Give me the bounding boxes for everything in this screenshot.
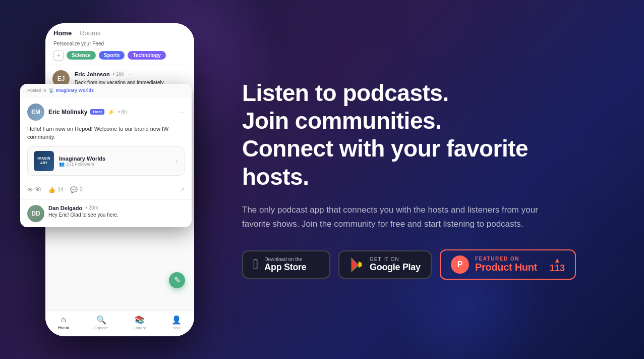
card-posted-in: Posted in 📡 Imaginary Worlds (20, 84, 192, 97)
appstore-small-text: Download on the (264, 257, 306, 262)
card-feed-item: EM Eric Molinsky Host ⚡ • 6h ··· Hello! … (20, 97, 192, 199)
floating-card: Posted in 📡 Imaginary Worlds EM Eric Mol… (20, 84, 192, 227)
you-icon: 👤 (171, 315, 182, 325)
likes-count[interactable]: 👍 14 (48, 186, 63, 193)
feed-user-row-preview: Eric Johnson • 16h ··· (75, 70, 187, 78)
tab-rooms[interactable]: Rooms (80, 29, 100, 37)
subtext: The only podcast app that connects you w… (242, 203, 545, 231)
googleplay-button[interactable]: GET IT ON Google Play (338, 250, 432, 279)
podcast-thumbnail: IMAGINARY (34, 151, 54, 171)
google-play-icon (349, 258, 364, 272)
nav-explore-label: Explore (94, 326, 108, 330)
more-options-preview[interactable]: ··· (128, 70, 134, 78)
reaction-bar: 👁 98 👍 14 💬 3 ↗ (27, 182, 185, 193)
dan-username: Dan Delgado (48, 205, 82, 211)
comment-icon: 💬 (70, 186, 78, 193)
dan-comment: DD Dan Delgado • 20m Hey Eric! Glad to s… (20, 199, 192, 227)
comments-number: 3 (80, 187, 83, 192)
googleplay-small-text: GET IT ON (370, 257, 421, 262)
tab-home[interactable]: Home (53, 29, 72, 37)
nav-you-label: You (173, 326, 180, 330)
feed-time-preview: • 16h (113, 71, 125, 77)
headline: Listen to podcasts. Join communities. Co… (242, 79, 585, 191)
phone-tags: + Science Sports Technology (53, 50, 186, 61)
add-tag-button[interactable]: + (53, 50, 64, 61)
phone-top-bar: Home Rooms Personalize your Feed + Scien… (45, 23, 194, 65)
tag-technology[interactable]: Technology (128, 51, 165, 60)
library-icon: 📚 (135, 315, 145, 325)
views-count: 👁 98 (27, 186, 41, 193)
producthunt-text: FEATURED ON Product Hunt (475, 256, 537, 273)
posted-in-community: Imaginary Worlds (56, 88, 94, 93)
headline-line-3: Connect with your favorite hosts. (242, 135, 585, 190)
wifi-icon: 📡 (48, 88, 54, 93)
card-more-options[interactable]: ··· (179, 108, 185, 116)
headline-line-2: Join communities. (242, 107, 585, 135)
producthunt-large-text: Product Hunt (475, 262, 537, 273)
card-user-row: EM Eric Molinsky Host ⚡ • 6h ··· (27, 104, 185, 121)
feed-username-preview: Eric Johnson (75, 71, 110, 77)
verified-icon: ⚡ (107, 109, 115, 116)
page-layout: Home Rooms Personalize your Feed + Scien… (0, 0, 644, 359)
views-number: 98 (35, 187, 41, 192)
dan-comment-text: Hey Eric! Glad to see you here. (48, 212, 185, 218)
explore-icon: 🔍 (96, 315, 106, 325)
chevron-right-icon: › (175, 157, 178, 166)
share-icon[interactable]: ↗ (180, 186, 185, 193)
nav-library-label: Library (134, 326, 146, 330)
podcast-name: Imaginary Worlds (59, 156, 170, 162)
fab-button[interactable]: ✎ (169, 272, 185, 288)
headline-line-1: Listen to podcasts. (242, 79, 585, 107)
googleplay-large-text: Google Play (370, 262, 421, 273)
phone-nav-tabs: Home Rooms (53, 29, 186, 37)
phone-mockup-container: Home Rooms Personalize your Feed + Scien… (20, 13, 212, 346)
producthunt-number: 113 (550, 264, 565, 273)
nav-explore[interactable]: 🔍 Explore (94, 315, 108, 330)
likes-number: 14 (57, 187, 63, 192)
cta-buttons:  Download on the App Store GET IT ON Go… (242, 249, 585, 280)
comments-count[interactable]: 💬 3 (70, 186, 83, 193)
host-badge: Host (90, 109, 104, 115)
nav-home[interactable]: ⌂ Home (58, 315, 69, 330)
podcast-followers: 👥 231 Followers (59, 162, 170, 167)
appstore-button-text: Download on the App Store (264, 257, 306, 273)
dan-user-row: Dan Delgado • 20m (48, 205, 185, 211)
home-icon: ⌂ (61, 315, 66, 324)
producthunt-count: ▲ 113 (550, 257, 565, 273)
podcast-info: Imaginary Worlds 👥 231 Followers (59, 156, 170, 167)
avatar-dan: DD (27, 205, 44, 222)
nav-library[interactable]: 📚 Library (134, 315, 146, 330)
podcast-card[interactable]: IMAGINARY Imaginary Worlds 👥 231 Followe… (27, 146, 185, 176)
card-post-text: Hello! I am now on Repod! Welcome to our… (27, 125, 185, 141)
upvote-arrow-icon: ▲ (554, 257, 561, 264)
apple-icon:  (253, 257, 258, 273)
tag-science[interactable]: Science (67, 51, 96, 60)
dan-info: Dan Delgado • 20m Hey Eric! Glad to see … (48, 205, 185, 218)
appstore-large-text: App Store (264, 262, 306, 273)
right-content: Listen to podcasts. Join communities. Co… (232, 79, 585, 280)
card-post-time: • 6h (118, 109, 127, 115)
card-user-info: Eric Molinsky Host ⚡ • 6h (48, 109, 174, 116)
producthunt-small-text: FEATURED ON (475, 256, 537, 262)
eye-icon: 👁 (27, 186, 33, 193)
nav-home-label: Home (58, 325, 69, 330)
producthunt-button[interactable]: P FEATURED ON Product Hunt ▲ 113 (440, 249, 576, 280)
appstore-button[interactable]:  Download on the App Store (242, 250, 330, 279)
producthunt-logo: P (451, 255, 469, 274)
avatar-eric-molinsky: EM (27, 104, 44, 121)
googleplay-button-text: GET IT ON Google Play (370, 257, 421, 273)
personalize-label: Personalize your Feed (53, 41, 186, 46)
nav-you[interactable]: 👤 You (171, 315, 182, 330)
posted-in-label: Posted in (27, 88, 46, 93)
dan-time: • 20m (85, 205, 98, 211)
followers-icon: 👥 (59, 162, 65, 167)
phone-bottom-nav: ⌂ Home 🔍 Explore 📚 Library 👤 You (45, 311, 194, 336)
tag-sports[interactable]: Sports (99, 51, 125, 60)
like-icon: 👍 (48, 186, 55, 193)
card-username: Eric Molinsky (48, 109, 87, 116)
